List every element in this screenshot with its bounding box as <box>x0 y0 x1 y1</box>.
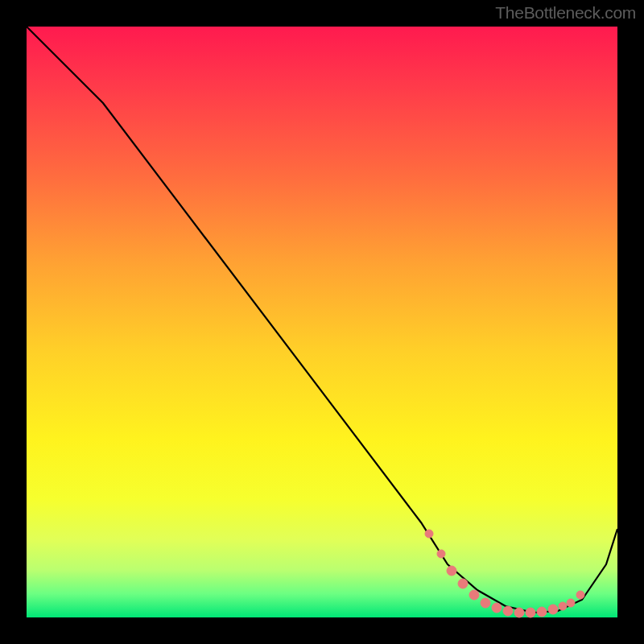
svg-point-2 <box>447 566 456 576</box>
svg-point-6 <box>492 603 502 613</box>
plot-area <box>27 27 617 617</box>
svg-point-13 <box>567 599 575 607</box>
svg-point-11 <box>548 605 558 614</box>
svg-point-3 <box>458 579 468 588</box>
svg-point-5 <box>481 598 490 608</box>
marker-group <box>425 530 584 617</box>
svg-point-9 <box>526 608 535 617</box>
attribution-text: TheBottleneck.com <box>495 3 636 23</box>
svg-point-0 <box>425 530 433 538</box>
svg-point-10 <box>537 607 547 617</box>
curve-path <box>27 27 617 613</box>
svg-point-8 <box>514 608 524 617</box>
svg-point-12 <box>559 602 567 610</box>
chart-container: TheBottleneck.com <box>0 0 644 644</box>
svg-point-1 <box>437 550 445 558</box>
bottleneck-curve <box>27 27 617 617</box>
svg-point-7 <box>503 606 513 616</box>
svg-point-4 <box>469 590 479 600</box>
svg-point-14 <box>576 591 584 599</box>
